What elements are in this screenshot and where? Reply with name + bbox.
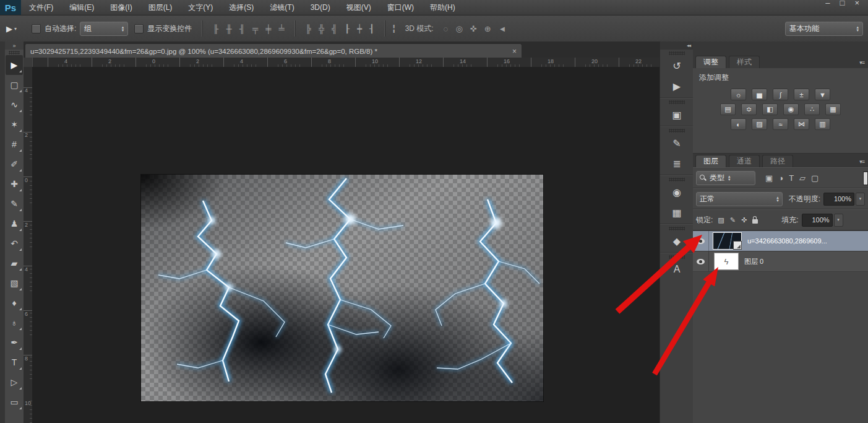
type-tool[interactable]: T <box>6 352 23 372</box>
crop-tool[interactable]: # <box>6 134 23 154</box>
menu-file[interactable]: 文件(F) <box>21 0 61 15</box>
adjustments-panel-menu-button[interactable]: ▾≡ <box>859 59 864 66</box>
3d-slide-icon[interactable]: ⊕ <box>484 24 491 33</box>
eraser-tool[interactable]: ▰ <box>6 253 23 273</box>
tab-channels[interactable]: 通道 <box>729 155 760 167</box>
blur-tool[interactable]: ♦ <box>6 293 23 313</box>
3d-rotate-icon[interactable]: ◌ <box>444 24 449 33</box>
align-horizontal-centers-icon[interactable]: ╫ <box>226 24 232 33</box>
quick-selection-tool[interactable]: ✶ <box>6 115 23 134</box>
filter-shape-layers-icon[interactable]: ▱ <box>799 173 806 183</box>
spot-healing-brush-tool[interactable]: ✚ <box>6 174 23 194</box>
layer-thumbnail[interactable]: ϟ <box>714 253 739 270</box>
pen-tool[interactable]: ✒ <box>6 333 23 352</box>
lasso-tool[interactable]: ∿ <box>6 95 23 115</box>
document-image[interactable] <box>141 175 543 401</box>
distribute-vertical-centers-icon[interactable]: ╬ <box>319 24 324 33</box>
filter-pixel-layers-icon[interactable]: ▣ <box>765 173 773 183</box>
layer-filter-dropdown[interactable]: 类型 ▴▾ <box>696 171 755 185</box>
swatches-panel-icon[interactable]: ▦ <box>664 203 689 222</box>
layers-panel-menu-button[interactable]: ▾≡ <box>859 159 864 165</box>
curves-icon[interactable]: ∫ <box>773 89 788 100</box>
minimize-button[interactable]: – <box>825 0 830 7</box>
menu-3d[interactable]: 3D(D) <box>303 0 338 15</box>
channel-mixer-icon[interactable]: ∴ <box>804 103 820 115</box>
layer-name[interactable]: u=3426663080,2869609... <box>747 237 827 245</box>
color-balance-icon[interactable]: ≎ <box>741 103 757 115</box>
menu-view[interactable]: 视图(V) <box>338 0 379 15</box>
dock-grip[interactable] <box>669 255 685 259</box>
align-left-edges-icon[interactable]: ╟ <box>213 24 218 33</box>
dodge-tool[interactable]: ♁ <box>6 313 23 333</box>
dock-grip[interactable] <box>669 51 685 55</box>
distribute-right-edges-icon[interactable]: ┨ <box>369 24 374 33</box>
auto-align-layers-icon[interactable]: ╏ <box>392 24 397 33</box>
layer-thumbnail[interactable] <box>713 232 742 250</box>
close-button[interactable]: × <box>854 0 859 7</box>
filter-type-layers-icon[interactable]: T <box>789 173 794 183</box>
exposure-icon[interactable]: ± <box>794 89 809 100</box>
posterize-icon[interactable]: ▨ <box>752 118 767 130</box>
menu-layer[interactable]: 图层(L) <box>140 0 181 15</box>
hue-saturation-icon[interactable]: ▤ <box>720 103 736 115</box>
dock-grip[interactable] <box>669 129 685 133</box>
photo-filter-icon[interactable]: ◉ <box>783 103 799 115</box>
tab-styles[interactable]: 样式 <box>729 56 760 68</box>
brightness-contrast-icon[interactable]: ☼ <box>731 89 746 100</box>
tab-paths[interactable]: 路径 <box>762 155 793 167</box>
lock-all-icon[interactable] <box>752 219 758 224</box>
layer-visibility-cell[interactable] <box>693 251 709 271</box>
menu-window[interactable]: 窗口(W) <box>379 0 422 15</box>
invert-icon[interactable]: ◐ <box>731 118 746 130</box>
dock-grip[interactable] <box>669 100 685 104</box>
visibility-eye-icon[interactable] <box>697 238 705 244</box>
dock-grip[interactable] <box>669 178 685 181</box>
layer-row-smart-object[interactable]: u=3426663080,2869609... <box>693 231 868 251</box>
opacity-value[interactable]: 100% <box>823 193 854 206</box>
lock-image-pixels-icon[interactable]: ✎ <box>730 216 736 224</box>
restore-button[interactable]: □ <box>840 0 845 7</box>
align-right-edges-icon[interactable]: ╢ <box>239 24 245 33</box>
3d-roll-icon[interactable]: ◎ <box>455 24 462 33</box>
filter-adjustment-layers-icon[interactable]: ◑ <box>778 173 783 183</box>
tab-layers[interactable]: 图层 <box>695 155 726 167</box>
threshold-icon[interactable]: ≈ <box>773 118 788 130</box>
layer-visibility-cell[interactable] <box>693 231 709 251</box>
color-panel-icon[interactable]: ◉ <box>664 182 689 202</box>
menu-select[interactable]: 选择(S) <box>221 0 262 15</box>
clone-stamp-tool[interactable]: ♟ <box>6 214 23 233</box>
menu-edit[interactable]: 编辑(E) <box>61 0 102 15</box>
dock-grip[interactable] <box>669 227 685 230</box>
opacity-dropdown-button[interactable]: ▾ <box>856 193 865 206</box>
distribute-left-edges-icon[interactable]: ┠ <box>345 24 350 33</box>
brush-panel-icon[interactable]: ✎ <box>664 133 689 153</box>
canvas-area[interactable] <box>32 67 660 423</box>
document-tab[interactable]: u=3029425715,2239349440&fm=26&gp=0.jpg @… <box>25 43 522 58</box>
properties-panel-icon[interactable]: ▣ <box>664 105 689 124</box>
3d-drag-icon[interactable]: ✜ <box>470 24 477 33</box>
history-panel-icon[interactable]: ↺ <box>664 56 689 76</box>
brush-tool[interactable]: ✎ <box>6 194 23 214</box>
layer-row-layer-0[interactable]: ϟ 图层 0 <box>693 251 868 272</box>
eyedropper-tool[interactable]: ✐ <box>6 154 23 174</box>
gradient-tool[interactable]: ▧ <box>6 273 23 293</box>
menu-image[interactable]: 图像(I) <box>102 0 140 15</box>
lock-position-icon[interactable]: ✜ <box>741 216 747 224</box>
selective-color-icon[interactable]: ▥ <box>815 118 830 130</box>
filter-smart-objects-icon[interactable]: ▢ <box>811 173 819 183</box>
distribute-top-edges-icon[interactable]: ╠ <box>306 24 311 33</box>
filter-switch-partial[interactable] <box>863 172 868 185</box>
move-tool[interactable]: ▶ <box>6 55 23 75</box>
blend-mode-dropdown[interactable]: 正常 ▴▾ <box>696 192 783 206</box>
distribute-horizontal-centers-icon[interactable]: ┿ <box>357 24 362 33</box>
auto-select-target-dropdown[interactable]: 组 ▴▾ <box>80 22 128 36</box>
fill-value[interactable]: 100% <box>802 214 833 227</box>
fill-dropdown-button[interactable]: ▾ <box>834 214 843 227</box>
vibrance-icon[interactable]: ▼ <box>815 89 830 100</box>
menu-filter[interactable]: 滤镜(T) <box>262 0 302 15</box>
tool-preset-move[interactable]: ▶ ▾ <box>6 24 17 33</box>
path-selection-tool[interactable]: ▷ <box>6 372 23 392</box>
tab-adjustments[interactable]: 调整 <box>695 56 726 68</box>
align-vertical-centers-icon[interactable]: ╪ <box>265 24 271 33</box>
visibility-eye-icon[interactable] <box>697 259 705 264</box>
